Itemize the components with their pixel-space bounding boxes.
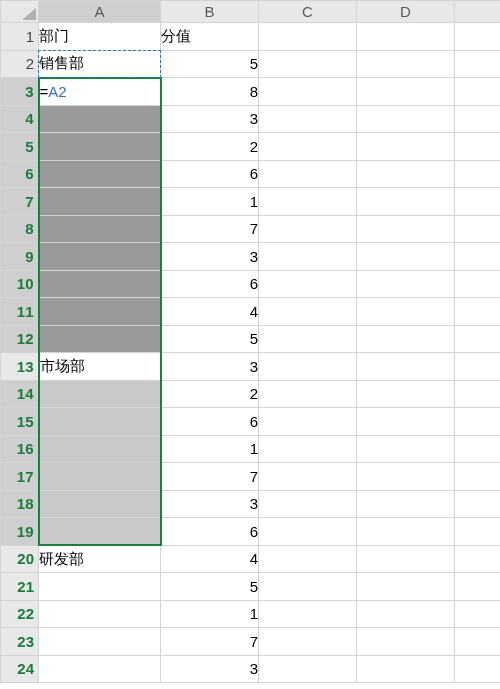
cell-D15[interactable] (357, 408, 455, 436)
cell-C18[interactable] (259, 490, 357, 518)
row-header[interactable]: 12 (1, 325, 39, 353)
cell-D22[interactable] (357, 600, 455, 628)
cell-E14[interactable] (455, 380, 501, 408)
cell-A3[interactable]: =A2 (39, 78, 161, 106)
cell-B18[interactable]: 3 (161, 490, 259, 518)
cell-A16[interactable] (39, 435, 161, 463)
cell-B5[interactable]: 2 (161, 133, 259, 161)
cell-C14[interactable] (259, 380, 357, 408)
cell-D9[interactable] (357, 243, 455, 271)
cell-D3[interactable] (357, 78, 455, 106)
cell-D11[interactable] (357, 298, 455, 326)
cell-E7[interactable] (455, 188, 501, 216)
cell-E2[interactable] (455, 50, 501, 78)
cell-C23[interactable] (259, 628, 357, 656)
cell-B22[interactable]: 1 (161, 600, 259, 628)
cell-C4[interactable] (259, 105, 357, 133)
spreadsheet-grid[interactable]: A B C D 1 部门 分值 2 销售部 5 3 =A2 8 4 3 (0, 0, 500, 683)
cell-C8[interactable] (259, 215, 357, 243)
row-header[interactable]: 17 (1, 463, 39, 491)
cell-B19[interactable]: 6 (161, 518, 259, 546)
cell-E9[interactable] (455, 243, 501, 271)
cell-B17[interactable]: 7 (161, 463, 259, 491)
cell-C24[interactable] (259, 655, 357, 683)
cell-B20[interactable]: 4 (161, 545, 259, 573)
row-header[interactable]: 8 (1, 215, 39, 243)
cell-D17[interactable] (357, 463, 455, 491)
col-header-B[interactable]: B (161, 1, 259, 23)
cell-C3[interactable] (259, 78, 357, 106)
cell-C11[interactable] (259, 298, 357, 326)
cell-E20[interactable] (455, 545, 501, 573)
cell-A23[interactable] (39, 628, 161, 656)
cell-C5[interactable] (259, 133, 357, 161)
cell-D23[interactable] (357, 628, 455, 656)
cell-D2[interactable] (357, 50, 455, 78)
row-header[interactable]: 18 (1, 490, 39, 518)
cell-B2[interactable]: 5 (161, 50, 259, 78)
cell-C12[interactable] (259, 325, 357, 353)
cell-A1[interactable]: 部门 (39, 23, 161, 51)
row-header[interactable]: 2 (1, 50, 39, 78)
cell-D18[interactable] (357, 490, 455, 518)
cell-A14[interactable] (39, 380, 161, 408)
row-header[interactable]: 15 (1, 408, 39, 436)
cell-A18[interactable] (39, 490, 161, 518)
cell-C7[interactable] (259, 188, 357, 216)
row-header[interactable]: 23 (1, 628, 39, 656)
cell-C13[interactable] (259, 353, 357, 381)
row-header[interactable]: 20 (1, 545, 39, 573)
row-header[interactable]: 10 (1, 270, 39, 298)
select-all-corner[interactable] (1, 1, 39, 23)
cell-B23[interactable]: 7 (161, 628, 259, 656)
cell-E19[interactable] (455, 518, 501, 546)
cell-E13[interactable] (455, 353, 501, 381)
cell-A12[interactable] (39, 325, 161, 353)
cell-A20[interactable]: 研发部 (39, 545, 161, 573)
cell-E12[interactable] (455, 325, 501, 353)
cell-B9[interactable]: 3 (161, 243, 259, 271)
cell-E17[interactable] (455, 463, 501, 491)
row-header[interactable]: 13 (1, 353, 39, 381)
cell-A2[interactable]: 销售部 (39, 50, 161, 78)
cell-B6[interactable]: 6 (161, 160, 259, 188)
cell-A10[interactable] (39, 270, 161, 298)
cell-B8[interactable]: 7 (161, 215, 259, 243)
cell-D4[interactable] (357, 105, 455, 133)
cell-C10[interactable] (259, 270, 357, 298)
cell-A4[interactable] (39, 105, 161, 133)
row-header[interactable]: 11 (1, 298, 39, 326)
cell-D6[interactable] (357, 160, 455, 188)
cell-E1[interactable] (455, 23, 501, 51)
cell-B7[interactable]: 1 (161, 188, 259, 216)
row-header[interactable]: 1 (1, 23, 39, 51)
cell-E4[interactable] (455, 105, 501, 133)
cell-A6[interactable] (39, 160, 161, 188)
cell-D21[interactable] (357, 573, 455, 601)
cell-B15[interactable]: 6 (161, 408, 259, 436)
col-header-D[interactable]: D (357, 1, 455, 23)
cell-A19[interactable] (39, 518, 161, 546)
cell-A11[interactable] (39, 298, 161, 326)
cell-B14[interactable]: 2 (161, 380, 259, 408)
cell-C15[interactable] (259, 408, 357, 436)
row-header[interactable]: 5 (1, 133, 39, 161)
cell-D10[interactable] (357, 270, 455, 298)
cell-B24[interactable]: 3 (161, 655, 259, 683)
cell-D24[interactable] (357, 655, 455, 683)
cell-D8[interactable] (357, 215, 455, 243)
cell-C17[interactable] (259, 463, 357, 491)
cell-A17[interactable] (39, 463, 161, 491)
row-header[interactable]: 3 (1, 78, 39, 106)
row-header[interactable]: 14 (1, 380, 39, 408)
cell-B21[interactable]: 5 (161, 573, 259, 601)
cell-E24[interactable] (455, 655, 501, 683)
cell-D5[interactable] (357, 133, 455, 161)
cell-A5[interactable] (39, 133, 161, 161)
cell-B4[interactable]: 3 (161, 105, 259, 133)
cell-C9[interactable] (259, 243, 357, 271)
cell-B1[interactable]: 分值 (161, 23, 259, 51)
cell-E3[interactable] (455, 78, 501, 106)
row-header[interactable]: 7 (1, 188, 39, 216)
row-header[interactable]: 24 (1, 655, 39, 683)
